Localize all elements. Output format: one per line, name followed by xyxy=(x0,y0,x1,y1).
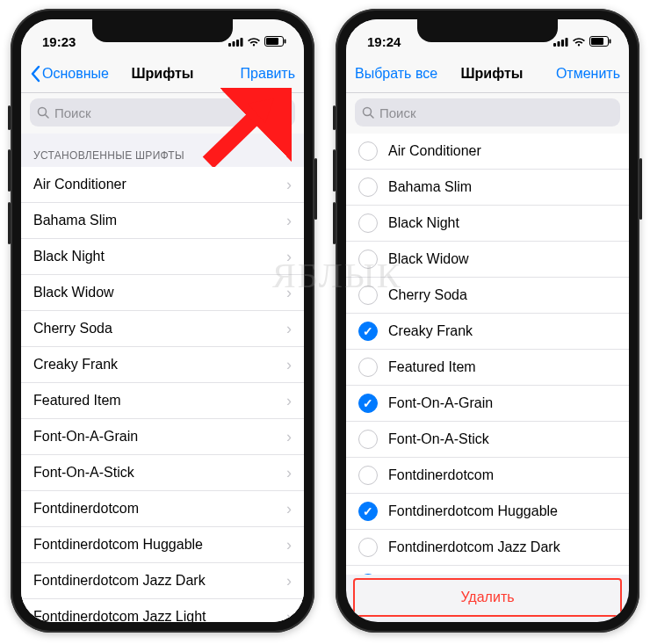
font-row-edit[interactable]: Black Widow xyxy=(346,242,629,278)
font-name: Fontdinerdotcom Huggable xyxy=(388,503,617,519)
nav-bar: Выбрать все Шрифты Отменить xyxy=(346,54,629,93)
font-row[interactable]: Fontdinerdotcom Jazz Dark› xyxy=(21,563,304,599)
signal-icon xyxy=(228,37,243,47)
search-placeholder: Поиск xyxy=(379,105,416,120)
status-icons xyxy=(228,36,286,47)
font-row-edit[interactable]: Bahama Slim xyxy=(346,170,629,206)
font-row[interactable]: Bahama Slim› xyxy=(21,203,304,239)
delete-button[interactable]: Удалить xyxy=(353,578,622,617)
font-name: Fontdinerdotcom Jazz Light xyxy=(33,609,286,622)
font-name: Cherry Soda xyxy=(388,287,617,303)
font-row-edit[interactable]: Air Conditioner xyxy=(346,134,629,170)
checkbox-unchecked-icon[interactable] xyxy=(358,430,378,449)
font-row[interactable]: Font-On-A-Stick› xyxy=(21,455,304,491)
checkbox-checked-icon[interactable] xyxy=(358,574,378,575)
font-row-edit[interactable]: Fontdinerdotcom Huggable xyxy=(346,494,629,530)
font-name: Creaky Frank xyxy=(33,357,286,373)
font-row-edit[interactable]: Fontdinerdotcom Jazz Dark xyxy=(346,530,629,566)
font-row[interactable]: Featured Item› xyxy=(21,383,304,419)
font-row[interactable]: Black Widow› xyxy=(21,275,304,311)
checkbox-unchecked-icon[interactable] xyxy=(358,286,378,305)
checkbox-unchecked-icon[interactable] xyxy=(358,141,378,161)
checkbox-unchecked-icon[interactable] xyxy=(358,466,378,485)
font-row[interactable]: Font-On-A-Grain› xyxy=(21,419,304,455)
font-name: Cherry Soda xyxy=(33,321,286,336)
screen-right: 19:24 Выбрать все Шрифты Отменить Поиск … xyxy=(346,19,629,622)
chevron-left-icon xyxy=(30,65,40,83)
battery-icon xyxy=(264,36,286,47)
font-name: Fontdinerdotcom xyxy=(388,467,617,483)
font-row-edit[interactable]: Creaky Frank xyxy=(346,314,629,350)
font-row[interactable]: Fontdinerdotcom› xyxy=(21,491,304,527)
font-name: Font-On-A-Stick xyxy=(388,431,617,447)
checkbox-checked-icon[interactable] xyxy=(358,502,378,521)
font-name: Font-On-A-Stick xyxy=(33,465,286,481)
chevron-right-icon: › xyxy=(286,356,292,374)
status-icons xyxy=(553,36,611,47)
svg-rect-1 xyxy=(233,41,235,47)
checkbox-unchecked-icon[interactable] xyxy=(358,213,378,233)
status-time: 19:23 xyxy=(42,34,76,49)
font-row-edit[interactable]: Fontdinerdotcom xyxy=(346,458,629,494)
chevron-right-icon: › xyxy=(286,392,292,410)
font-row[interactable]: Cherry Soda› xyxy=(21,311,304,347)
font-name: Featured Item xyxy=(33,393,286,409)
font-name: Featured Item xyxy=(388,359,617,375)
wifi-icon xyxy=(572,37,586,47)
checkbox-unchecked-icon[interactable] xyxy=(358,177,378,197)
font-name: Fontdinerdotcom Jazz Dark xyxy=(388,539,617,555)
font-row-edit[interactable]: Font-On-A-Stick xyxy=(346,422,629,458)
font-row[interactable]: Air Conditioner› xyxy=(21,167,304,203)
font-row[interactable]: Fontdinerdotcom Jazz Light› xyxy=(21,599,304,622)
font-name: Font-On-A-Grain xyxy=(388,395,617,411)
font-row[interactable]: Black Night› xyxy=(21,239,304,275)
chevron-right-icon: › xyxy=(286,464,292,482)
chevron-right-icon: › xyxy=(286,248,292,266)
font-row[interactable]: Fontdinerdotcom Huggable› xyxy=(21,527,304,563)
svg-rect-6 xyxy=(285,40,286,44)
checkbox-unchecked-icon[interactable] xyxy=(358,358,378,377)
svg-rect-3 xyxy=(241,38,243,47)
chevron-right-icon: › xyxy=(286,320,292,338)
status-time: 19:24 xyxy=(367,34,401,49)
font-row-edit[interactable]: Cherry Soda xyxy=(346,278,629,314)
font-name: Fontdinerdotcom Jazz Dark xyxy=(33,573,286,589)
nav-edit-button[interactable]: Править xyxy=(216,66,295,82)
font-name: Bahama Slim xyxy=(388,179,617,195)
nav-select-all-button[interactable]: Выбрать все xyxy=(355,66,443,82)
font-name: Black Night xyxy=(388,215,617,231)
chevron-right-icon: › xyxy=(286,608,292,623)
delete-label: Удалить xyxy=(460,590,514,605)
font-list-edit[interactable]: Air ConditionerBahama SlimBlack NightBla… xyxy=(346,134,629,575)
chevron-right-icon: › xyxy=(286,284,292,302)
font-row-edit[interactable]: Fontdinerdotcom Jazz Light xyxy=(346,566,629,575)
checkbox-unchecked-icon[interactable] xyxy=(358,250,378,269)
nav-cancel-button[interactable]: Отменить xyxy=(541,66,620,82)
checkbox-checked-icon[interactable] xyxy=(358,394,378,413)
svg-rect-10 xyxy=(558,41,560,47)
chevron-right-icon: › xyxy=(286,176,292,194)
font-name: Air Conditioner xyxy=(388,143,617,159)
notch xyxy=(417,19,558,42)
font-row-edit[interactable]: Font-On-A-Grain xyxy=(346,386,629,422)
font-row-edit[interactable]: Featured Item xyxy=(346,350,629,386)
font-row-edit[interactable]: Black Night xyxy=(346,206,629,242)
search-input[interactable]: Поиск xyxy=(355,98,620,127)
svg-line-17 xyxy=(371,115,374,119)
checkbox-unchecked-icon[interactable] xyxy=(358,538,378,557)
checkbox-checked-icon[interactable] xyxy=(358,322,378,341)
nav-back-button[interactable]: Основные xyxy=(30,65,109,83)
search-input[interactable]: Поиск xyxy=(30,98,295,127)
signal-icon xyxy=(553,37,568,47)
search-icon xyxy=(362,106,374,119)
svg-line-8 xyxy=(46,115,49,119)
font-name: Fontdinerdotcom xyxy=(33,501,286,517)
font-row[interactable]: Creaky Frank› xyxy=(21,347,304,383)
svg-rect-9 xyxy=(553,43,556,47)
nav-title: Шрифты xyxy=(109,66,216,82)
font-list[interactable]: Air Conditioner›Bahama Slim›Black Night›… xyxy=(21,167,304,622)
nav-title: Шрифты xyxy=(443,66,541,82)
chevron-right-icon: › xyxy=(286,572,292,590)
svg-rect-11 xyxy=(561,40,564,47)
notch xyxy=(92,19,233,42)
